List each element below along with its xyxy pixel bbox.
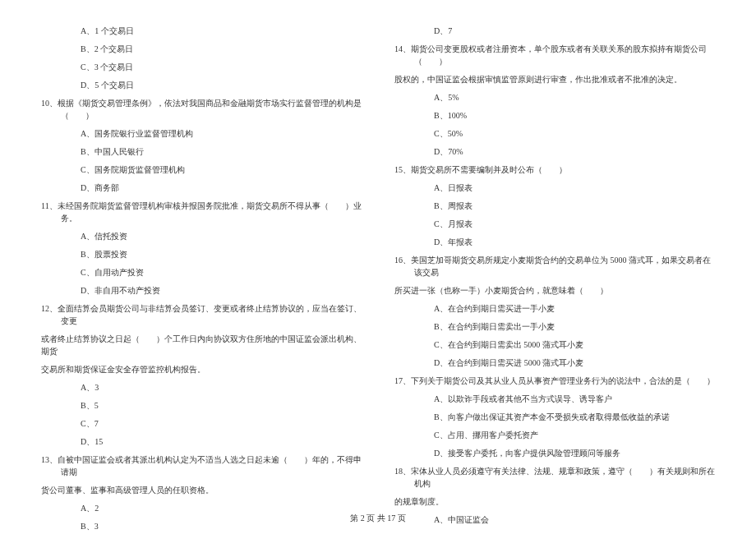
answer-option: D、非自用不动产投资 [41, 284, 362, 297]
question-text: 交易所和期货保证金安全存管监控机构报告。 [41, 363, 362, 375]
right-column: D、714、期货公司变更股权或者注册资本，单个股东或者有关联关系的股东拟持有期货… [394, 25, 715, 501]
answer-option: C、50% [394, 127, 715, 140]
answer-option: A、以欺诈手段或者其他不当方式误导、诱导客户 [394, 393, 715, 405]
answer-option: B、中国人民银行 [41, 145, 362, 158]
answer-option: D、7 [394, 25, 715, 37]
answer-option: B、向客户做出保证其资产本金不受损失或者取得最低收益的承诺 [394, 411, 715, 423]
answer-option: D、接受客户委托，向客户提供风险管理顾问等服务 [394, 447, 715, 459]
question-text: 15、期货交易所不需要编制并及时公布（ ） [394, 163, 715, 176]
answer-option: B、2 个交易日 [41, 43, 362, 55]
question-text: 14、期货公司变更股权或者注册资本，单个股东或者有关联关系的股东拟持有期货公司（… [394, 43, 715, 67]
question-text: 12、全面结算会员期货公司与非结算会员签订、变更或者终止结算协议的，应当在签订、… [41, 302, 362, 327]
question-text: 11、未经国务院期货监督管理机构审核并报国务院批准，期货交易所不得从事（ ）业务… [41, 200, 362, 224]
answer-option: D、5 个交易日 [41, 79, 362, 91]
answer-option: B、5 [41, 399, 362, 412]
answer-option: A、1 个交易日 [41, 25, 362, 37]
answer-option: A、在合约到期日需买进一手小麦 [394, 302, 715, 315]
answer-option: A、3 [41, 381, 362, 394]
answer-option: A、国务院银行业监督管理机构 [41, 127, 362, 140]
answer-option: C、自用动产投资 [41, 266, 362, 279]
question-text: 所买进一张（也称一手）小麦期货合约，就意味着（ ） [394, 284, 715, 297]
answer-option: A、5% [394, 91, 715, 104]
answer-option: D、年报表 [394, 236, 715, 248]
answer-option: C、月报表 [394, 218, 715, 230]
answer-option: C、3 个交易日 [41, 61, 362, 73]
answer-option: B、100% [394, 109, 715, 122]
answer-option: B、周报表 [394, 200, 715, 212]
answer-option: C、国务院期货监督管理机构 [41, 163, 362, 176]
answer-option: C、在合约到期日需卖出 5000 蒲式耳小麦 [394, 338, 715, 351]
question-text: 17、下列关于期货公司及其从业人员从事资产管理业务行为的说法中，合法的是（ ） [394, 375, 715, 387]
answer-option: A、日报表 [394, 182, 715, 194]
answer-option: B、股票投资 [41, 248, 362, 260]
question-text: 的规章制度。 [394, 495, 715, 508]
answer-option: C、7 [41, 417, 362, 430]
question-text: 18、宋体从业人员必须遵守有关法律、法规、规章和政策，遵守（ ）有关规则和所在机… [394, 465, 715, 490]
left-column: A、1 个交易日B、2 个交易日C、3 个交易日D、5 个交易日10、根据《期货… [41, 25, 362, 501]
answer-option: D、70% [394, 145, 715, 158]
question-text: 10、根据《期货交易管理条例》，依法对我国商品和金融期货市场实行监督管理的机构是… [41, 97, 362, 122]
question-text: 货公司董事、监事和高级管理人员的任职资格。 [41, 484, 362, 496]
two-column-layout: A、1 个交易日B、2 个交易日C、3 个交易日D、5 个交易日10、根据《期货… [41, 25, 715, 501]
question-text: 16、美国芝加哥期货交易所规定小麦期货合约的交易单位为 5000 蒲式耳，如果交… [394, 254, 715, 279]
answer-option: D、15 [41, 435, 362, 448]
answer-option: B、在合约到期日需卖出一手小麦 [394, 320, 715, 333]
page-footer: 第 2 页 共 17 页 [0, 513, 756, 524]
question-text: 股权的，中国证监会根据审慎监管原则进行审查，作出批准或者不批准的决定。 [394, 73, 715, 85]
answer-option: D、在合约到期日需买进 5000 蒲式耳小麦 [394, 357, 715, 369]
question-text: 或者终止结算协议之日起（ ）个工作日内向协议双方住所地的中国证监会派出机构、期货 [41, 333, 362, 357]
answer-option: A、信托投资 [41, 230, 362, 242]
answer-option: C、占用、挪用客户委托资产 [394, 429, 715, 441]
answer-option: D、商务部 [41, 182, 362, 194]
question-text: 13、自被中国证监会或者其派出机构认定为不适当人选之日起未逾（ ）年的，不得申请… [41, 453, 362, 478]
